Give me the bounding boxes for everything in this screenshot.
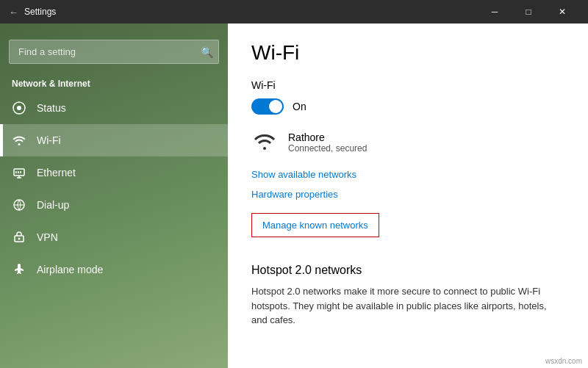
minimize-button[interactable]: ─ xyxy=(478,0,512,24)
sidebar-item-label-status: Status xyxy=(37,102,66,114)
search-icon[interactable]: 🔍 xyxy=(201,46,213,58)
svg-point-11 xyxy=(18,238,21,240)
airplane-icon xyxy=(12,262,26,277)
search-box: 🔍 xyxy=(9,40,219,64)
status-icon xyxy=(12,101,26,115)
sidebar-item-label-airplane: Airplane mode xyxy=(37,264,103,275)
connected-wifi-icon xyxy=(251,129,278,156)
wifi-section-label: Wi-Fi xyxy=(251,79,564,91)
connected-network: Rathore Connected, secured xyxy=(251,129,564,156)
search-input[interactable] xyxy=(9,40,219,64)
title-bar: ← Settings ─ □ ✕ xyxy=(0,0,588,24)
svg-rect-2 xyxy=(14,169,24,176)
sidebar-item-label-dialup: Dial-up xyxy=(37,199,69,211)
wifi-icon xyxy=(12,133,26,148)
main-content: Wi-Fi Wi-Fi On Rathore Connected, secure… xyxy=(228,24,588,368)
app-body: 🔍 Network & Internet Status Wi-Fi xyxy=(0,24,588,368)
sidebar-item-ethernet[interactable]: Ethernet xyxy=(0,156,228,189)
sidebar-item-label-ethernet: Ethernet xyxy=(37,167,76,178)
sidebar-item-label-wifi: Wi-Fi xyxy=(37,134,61,146)
sidebar: 🔍 Network & Internet Status Wi-Fi xyxy=(0,24,228,368)
toggle-on-label: On xyxy=(293,101,306,112)
sidebar-item-vpn[interactable]: VPN xyxy=(0,221,228,253)
network-name: Rathore xyxy=(288,131,367,143)
manage-networks-button[interactable]: Manage known networks xyxy=(251,213,379,237)
section-label: Network & Internet xyxy=(0,73,228,92)
sidebar-header xyxy=(0,24,228,40)
maximize-button[interactable]: □ xyxy=(512,0,545,24)
network-info: Rathore Connected, secured xyxy=(288,131,367,154)
page-title: Wi-Fi xyxy=(251,41,564,65)
svg-point-1 xyxy=(17,106,21,110)
sidebar-item-wifi[interactable]: Wi-Fi xyxy=(0,124,228,156)
hotspot-description: Hotspot 2.0 networks make it more secure… xyxy=(251,284,564,328)
sidebar-item-label-vpn: VPN xyxy=(37,231,58,243)
wifi-toggle-row: On xyxy=(251,98,564,115)
back-icon[interactable]: ← xyxy=(9,7,18,18)
wifi-toggle[interactable] xyxy=(251,98,284,115)
vpn-icon xyxy=(12,230,26,245)
sidebar-item-status[interactable]: Status xyxy=(0,92,228,124)
window-controls: ─ □ ✕ xyxy=(478,0,579,24)
close-button[interactable]: ✕ xyxy=(545,0,579,24)
ethernet-icon xyxy=(12,165,26,180)
dialup-icon xyxy=(12,198,26,212)
title-bar-title: Settings xyxy=(24,7,478,17)
sidebar-item-dialup[interactable]: Dial-up xyxy=(0,189,228,221)
network-status: Connected, secured xyxy=(288,143,367,154)
hotspot-title: Hotspot 2.0 networks xyxy=(251,264,564,277)
sidebar-item-airplane[interactable]: Airplane mode xyxy=(0,253,228,286)
hardware-properties-link[interactable]: Hardware properties xyxy=(251,189,338,200)
show-networks-link[interactable]: Show available networks xyxy=(251,169,356,180)
